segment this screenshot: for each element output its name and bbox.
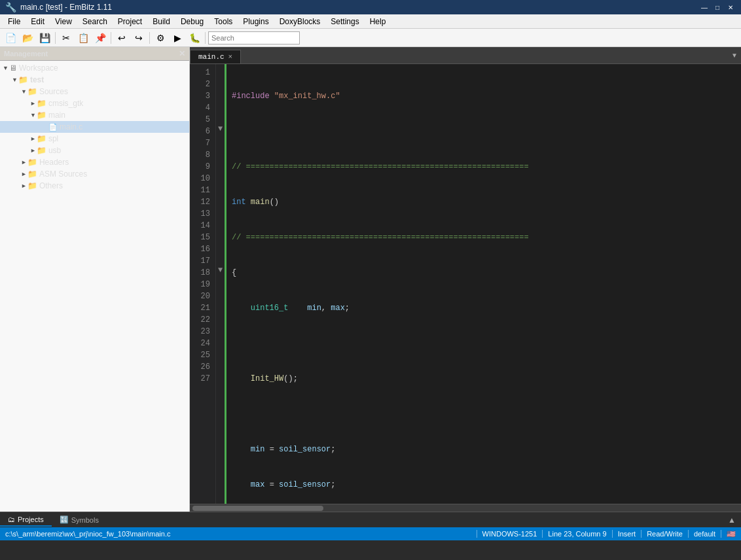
menu-settings[interactable]: Settings bbox=[325, 14, 364, 29]
main-c-file-icon: 📄 bbox=[48, 123, 58, 131]
menu-search[interactable]: Search bbox=[77, 14, 113, 29]
tree-spl[interactable]: ► 📁 spl bbox=[0, 133, 189, 145]
line-num-2: 2 bbox=[192, 79, 210, 90]
gutter-19 bbox=[216, 276, 225, 288]
menu-plugins[interactable]: Plugins bbox=[238, 14, 274, 29]
menu-tools[interactable]: Tools bbox=[209, 14, 238, 29]
sources-expand-icon[interactable]: ▼ bbox=[21, 88, 27, 95]
toolbar-sep-4 bbox=[205, 32, 206, 44]
gutter-14 bbox=[216, 217, 225, 229]
sidebar-header: Management ✕ bbox=[0, 47, 189, 61]
window-controls: — □ ✕ bbox=[699, 2, 736, 12]
tree-cmsis-gtk[interactable]: ► 📁 cmsis_gtk bbox=[0, 97, 189, 109]
menu-bar: File Edit View Search Project Build Debu… bbox=[0, 14, 741, 29]
gutter-16 bbox=[216, 241, 225, 253]
sidebar-close-button[interactable]: ✕ bbox=[179, 49, 185, 58]
gutter-18[interactable]: ▼ bbox=[216, 264, 225, 276]
bottom-tab-projects[interactable]: 🗂 Projects bbox=[0, 514, 52, 527]
status-sep-1 bbox=[477, 530, 477, 538]
test-expand-icon[interactable]: ▼ bbox=[12, 77, 18, 83]
code-editor: 1 2 3 4 5 6 7 8 9 10 11 12 13 14 15 16 1… bbox=[190, 64, 741, 504]
gutter-6[interactable]: ▼ bbox=[216, 123, 225, 135]
line-num-11: 11 bbox=[192, 184, 210, 196]
line-num-23: 23 bbox=[192, 326, 210, 338]
status-position: Line 23, Column 9 bbox=[548, 530, 606, 538]
main-c-label: main.c bbox=[60, 122, 82, 131]
gutter-1 bbox=[216, 64, 225, 76]
build-button[interactable]: ⚙ bbox=[153, 31, 168, 45]
menu-edit[interactable]: Edit bbox=[26, 14, 50, 29]
tree-test[interactable]: ▼ 📁 test bbox=[0, 74, 189, 86]
cut-button[interactable]: ✂ bbox=[58, 31, 74, 45]
bottom-panel-expand[interactable]: ▲ bbox=[723, 516, 741, 525]
tree-workspace[interactable]: ▼ 🖥 Workspace bbox=[0, 62, 189, 74]
save-file-button[interactable]: 💾 bbox=[37, 31, 52, 45]
menu-doxyblocks[interactable]: DoxyBlocks bbox=[274, 14, 326, 29]
headers-expand-icon[interactable]: ► bbox=[21, 159, 27, 166]
asm-expand-icon[interactable]: ► bbox=[21, 171, 27, 177]
line-num-25: 25 bbox=[192, 349, 210, 361]
status-mode: Insert bbox=[618, 530, 636, 538]
close-button[interactable]: ✕ bbox=[725, 2, 736, 12]
tab-main-c[interactable]: main.c × bbox=[190, 50, 241, 63]
redo-button[interactable]: ↪ bbox=[131, 31, 147, 45]
menu-view[interactable]: View bbox=[50, 14, 77, 29]
scrollbar-thumb[interactable] bbox=[192, 506, 323, 511]
open-file-button[interactable]: 📂 bbox=[20, 31, 35, 45]
others-expand-icon[interactable]: ► bbox=[21, 183, 27, 189]
gutter-4 bbox=[216, 99, 225, 111]
test-icon: 📁 bbox=[18, 75, 28, 84]
menu-debug[interactable]: Debug bbox=[175, 14, 209, 29]
main-folder-icon: 📁 bbox=[37, 111, 46, 120]
menu-help[interactable]: Help bbox=[365, 14, 391, 29]
search-input[interactable] bbox=[208, 31, 300, 44]
menu-build[interactable]: Build bbox=[147, 14, 175, 29]
tree-main-folder[interactable]: ▼ 📁 main bbox=[0, 109, 189, 121]
symbols-tab-label: Symbols bbox=[71, 516, 99, 524]
tree-usb[interactable]: ► 📁 usb bbox=[0, 145, 189, 156]
asm-folder-icon: 📁 bbox=[27, 169, 37, 179]
bottom-tab-symbols[interactable]: 🔣 Symbols bbox=[52, 514, 107, 526]
copy-button[interactable]: 📋 bbox=[75, 31, 91, 45]
tab-main-c-close[interactable]: × bbox=[228, 53, 233, 61]
gutter-7 bbox=[216, 135, 225, 147]
tree-main-c[interactable]: 📄 main.c bbox=[0, 121, 189, 133]
cmsis-expand-icon[interactable]: ► bbox=[30, 100, 36, 107]
line-num-8: 8 bbox=[192, 149, 210, 161]
status-flag: 🇺🇸 bbox=[727, 530, 736, 538]
maximize-button[interactable]: □ bbox=[712, 2, 723, 12]
tab-scroll-right[interactable]: ▼ bbox=[728, 47, 741, 63]
main-folder-expand-icon[interactable]: ▼ bbox=[30, 112, 36, 118]
horizontal-scrollbar[interactable] bbox=[190, 504, 741, 512]
workspace-expand-icon[interactable]: ▼ bbox=[3, 65, 9, 71]
tree-sources[interactable]: ▼ 📁 Sources bbox=[0, 86, 189, 97]
run-button[interactable]: ▶ bbox=[170, 31, 185, 45]
code-content[interactable]: #include "mx_init_hw.c" // =============… bbox=[226, 64, 741, 504]
line-num-24: 24 bbox=[192, 338, 210, 349]
spl-folder-icon: 📁 bbox=[37, 134, 46, 143]
tree-others[interactable]: ► 📁 Others bbox=[0, 180, 189, 192]
tree-headers[interactable]: ► 📁 Headers bbox=[0, 156, 189, 168]
status-language: default bbox=[694, 530, 715, 538]
menu-project[interactable]: Project bbox=[113, 14, 147, 29]
new-file-button[interactable]: 📄 bbox=[3, 31, 18, 45]
gutter-5 bbox=[216, 111, 225, 123]
debug-button[interactable]: 🐛 bbox=[187, 31, 202, 45]
workspace-icon: 🖥 bbox=[9, 63, 17, 73]
usb-expand-icon[interactable]: ► bbox=[30, 147, 36, 154]
gutter-10 bbox=[216, 170, 225, 182]
sidebar-title: Management bbox=[4, 50, 48, 58]
gutter-20 bbox=[216, 288, 225, 300]
editor-area: main.c × ▼ 1 2 3 4 5 6 7 8 9 10 11 12 13 bbox=[190, 47, 741, 512]
tree-asm-sources[interactable]: ► 📁 ASM Sources bbox=[0, 168, 189, 180]
spl-expand-icon[interactable]: ► bbox=[30, 135, 36, 142]
code-line-8 bbox=[232, 338, 736, 349]
line-num-19: 19 bbox=[192, 279, 210, 290]
paste-button[interactable]: 📌 bbox=[92, 31, 108, 45]
gutter-9 bbox=[216, 158, 225, 170]
minimize-button[interactable]: — bbox=[699, 2, 710, 12]
asm-label: ASM Sources bbox=[39, 169, 87, 179]
undo-button[interactable]: ↩ bbox=[114, 31, 130, 45]
headers-label: Headers bbox=[39, 158, 69, 167]
menu-file[interactable]: File bbox=[3, 14, 26, 29]
